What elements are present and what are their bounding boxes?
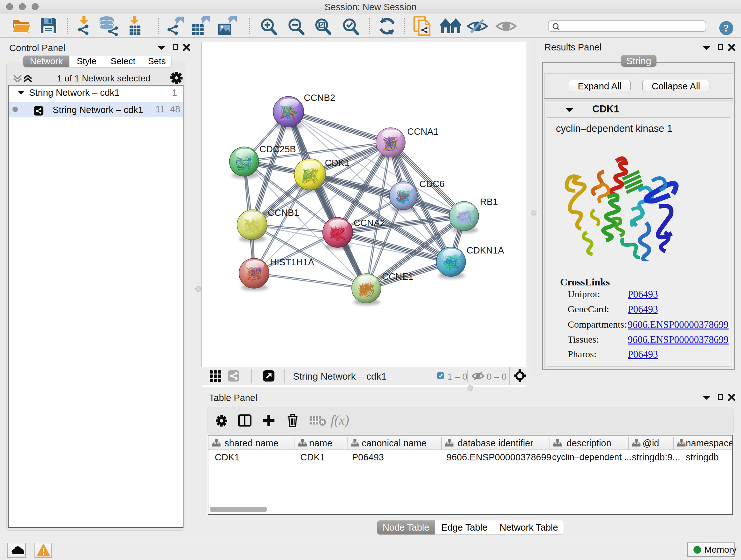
svg-text:CDK1: CDK1 [325, 158, 349, 168]
svg-text:CCNB1: CCNB1 [268, 207, 299, 218]
svg-text:CCNE1: CCNE1 [382, 271, 413, 282]
svg-text:CCNA1: CCNA1 [407, 126, 439, 137]
svg-text:CDC6: CDC6 [419, 179, 445, 189]
svg-text:CCNA2: CCNA2 [354, 218, 385, 228]
svg-text:CDKN1A: CDKN1A [467, 245, 504, 255]
svg-text:HIST1H1A: HIST1H1A [270, 257, 314, 267]
svg-text:CDC25B: CDC25B [259, 144, 296, 154]
svg-text:RB1: RB1 [480, 197, 498, 207]
svg-text:CCNB2: CCNB2 [304, 92, 335, 103]
